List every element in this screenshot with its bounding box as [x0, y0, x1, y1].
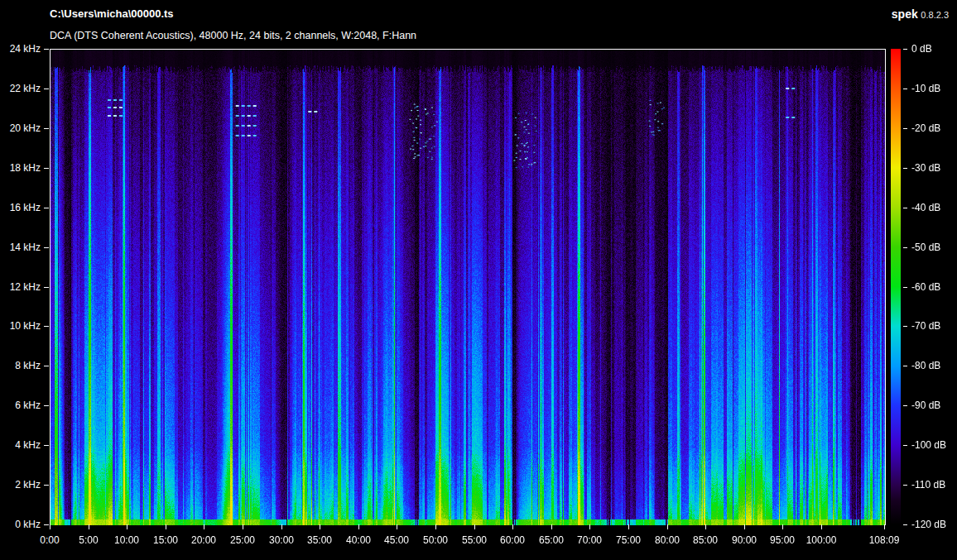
- db-tick: [903, 326, 907, 327]
- freq-tick-label: 16 kHz: [0, 202, 41, 213]
- freq-tick-label: 12 kHz: [0, 281, 41, 293]
- time-tick: [782, 524, 783, 529]
- spek-window: C:\Users\micha\00000.ts spek 0.8.2.3 DCA…: [0, 0, 957, 560]
- freq-tick-label: 20 kHz: [0, 122, 41, 134]
- app-name: spek: [892, 7, 918, 21]
- freq-tick-label: 4 kHz: [0, 439, 41, 451]
- spectrogram-canvas: [50, 50, 885, 525]
- time-tick: [884, 524, 885, 529]
- app-version: 0.8.2.3: [921, 10, 949, 20]
- db-tick-label: -30 dB: [911, 162, 940, 174]
- format-info: DCA (DTS Coherent Acoustics), 48000 Hz, …: [50, 30, 416, 41]
- time-tick: [744, 524, 745, 529]
- db-tick: [903, 366, 907, 366]
- db-tick: [903, 128, 907, 129]
- db-tick-label: -110 dB: [911, 479, 945, 491]
- freq-tick-label: 6 kHz: [0, 400, 41, 411]
- freq-tick: [44, 49, 49, 50]
- time-tick: [628, 524, 629, 529]
- time-tick: [320, 524, 320, 529]
- freq-tick-label: 22 kHz: [0, 83, 41, 94]
- time-tick: [512, 524, 513, 529]
- freq-tick: [44, 287, 49, 288]
- time-tick-label: 108:09: [855, 534, 913, 546]
- freq-tick: [44, 445, 49, 446]
- freq-tick-label: 24 kHz: [0, 43, 41, 55]
- time-tick: [397, 524, 397, 529]
- db-tick-label: -70 dB: [911, 320, 940, 332]
- time-tick: [705, 524, 706, 529]
- time-tick: [243, 524, 243, 529]
- db-tick: [903, 405, 907, 406]
- time-tick: [89, 524, 89, 529]
- db-tick-label: -10 dB: [911, 83, 940, 94]
- freq-tick: [44, 168, 49, 169]
- freq-tick-label: 10 kHz: [0, 320, 41, 332]
- file-path: C:\Users\micha\00000.ts: [50, 7, 174, 20]
- time-tick: [821, 524, 822, 529]
- freq-tick-label: 8 kHz: [0, 360, 41, 371]
- db-tick-label: -80 dB: [911, 360, 940, 371]
- db-tick-label: -50 dB: [911, 242, 940, 253]
- db-tick: [903, 49, 907, 50]
- db-tick-label: -90 dB: [911, 400, 940, 411]
- db-tick-label: -100 dB: [911, 439, 946, 451]
- time-tick: [50, 524, 50, 529]
- freq-tick: [44, 524, 49, 525]
- app-brand: spek 0.8.2.3: [892, 7, 949, 21]
- db-tick: [903, 89, 907, 89]
- db-tick-label: -120 dB: [911, 519, 946, 530]
- db-tick: [903, 445, 907, 446]
- time-tick: [589, 524, 590, 529]
- db-tick-label: -20 dB: [911, 122, 940, 134]
- time-tick: [358, 524, 359, 529]
- freq-tick: [44, 128, 49, 129]
- time-tick: [166, 524, 166, 529]
- freq-tick-label: 2 kHz: [0, 479, 41, 491]
- freq-tick-label: 18 kHz: [0, 162, 41, 174]
- time-tick: [474, 524, 475, 529]
- time-tick: [667, 524, 668, 529]
- freq-tick: [44, 89, 49, 89]
- time-tick: [435, 524, 436, 529]
- time-tick: [204, 524, 204, 529]
- db-tick: [903, 287, 907, 288]
- db-tick-label: -60 dB: [911, 281, 940, 293]
- db-tick: [903, 485, 907, 486]
- db-tick: [903, 247, 907, 248]
- freq-tick: [44, 326, 49, 327]
- colorbar: [891, 49, 901, 524]
- time-tick-label: 100:00: [792, 534, 850, 546]
- db-tick: [903, 208, 907, 208]
- time-tick: [551, 524, 552, 529]
- freq-tick-label: 0 kHz: [0, 519, 41, 530]
- db-tick-label: -40 dB: [911, 202, 940, 213]
- spectrogram-plot: [50, 49, 886, 525]
- freq-tick: [44, 208, 49, 208]
- freq-tick: [44, 247, 49, 248]
- freq-tick: [44, 405, 49, 406]
- db-tick: [903, 524, 907, 525]
- db-tick: [903, 168, 907, 169]
- time-tick: [127, 524, 127, 529]
- freq-tick-label: 14 kHz: [0, 242, 41, 253]
- time-tick: [281, 524, 282, 529]
- db-tick-label: 0 dB: [911, 43, 932, 55]
- freq-tick: [44, 366, 49, 366]
- freq-tick: [44, 485, 49, 486]
